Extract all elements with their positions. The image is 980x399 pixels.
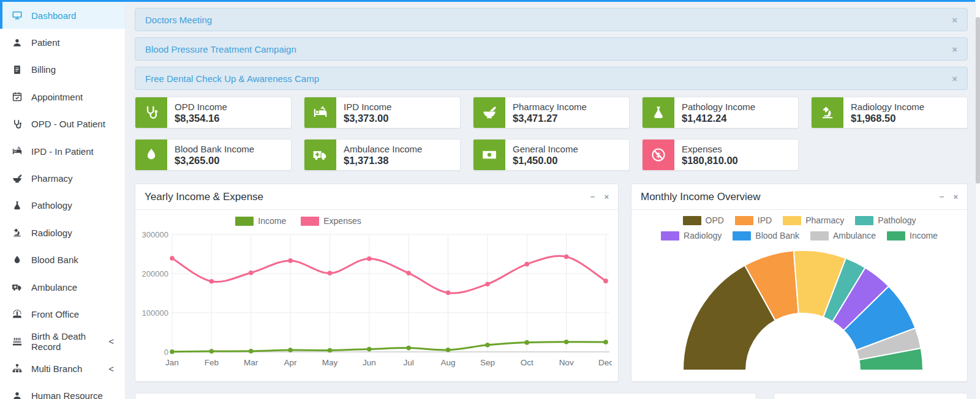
flask-icon	[12, 200, 23, 211]
stat-card-expenses: Expenses$180,810.00	[642, 139, 799, 171]
x-axis-label: Oct	[521, 358, 533, 367]
chevron-left-icon: <	[108, 336, 125, 346]
close-icon[interactable]: ×	[952, 44, 957, 54]
stat-card-body: OPD Income$8,354.16	[167, 97, 235, 128]
data-point-income	[328, 348, 333, 353]
data-point-income	[485, 343, 490, 348]
legend-item-ipd[interactable]: IPD	[735, 215, 772, 225]
data-point-expenses	[603, 278, 608, 283]
chevron-left-icon: <	[108, 364, 125, 374]
minimize-icon[interactable]: −	[590, 192, 595, 201]
close-icon[interactable]: ×	[952, 73, 957, 84]
notice-bar: Blood Pressure Treatment Campaign×	[135, 37, 968, 61]
yearly-line-chart-svg: 0100000200000300000JanFebMarAprMayJunJul…	[141, 227, 612, 374]
panel-tools: − ×	[590, 192, 609, 201]
sidebar-item-ipd-in-patient[interactable]: IPD - In Patient	[0, 138, 125, 165]
stat-card-value: $1,450.00	[513, 155, 578, 166]
bed-icon	[12, 146, 23, 157]
y-axis-tick: 100000	[142, 308, 168, 318]
legend-item-opd[interactable]: OPD	[683, 215, 724, 225]
data-point-income	[367, 347, 372, 352]
sidebar-item-pharmacy[interactable]: Pharmacy	[0, 165, 125, 192]
stat-card-body: Expenses$180,810.00	[674, 140, 745, 170]
legend-item-ambulance[interactable]: Ambulance	[810, 231, 876, 241]
x-axis-label: Feb	[205, 358, 219, 367]
sidebar-item-label: Pharmacy	[31, 173, 73, 184]
sidebar-item-pathology[interactable]: Pathology	[0, 192, 125, 219]
legend-swatch	[301, 217, 319, 226]
data-point-income	[209, 349, 214, 354]
legend-label: Pharmacy	[805, 215, 844, 225]
x-axis-label: Nov	[559, 358, 574, 367]
stat-card-value: $3,373.00	[344, 113, 391, 124]
notice-text: Blood Pressure Treatment Campaign	[145, 44, 296, 54]
close-icon[interactable]: ×	[953, 192, 958, 201]
legend-label: Radiology	[684, 231, 722, 241]
mortar-icon	[12, 173, 23, 184]
data-point-income	[564, 340, 569, 345]
legend-swatch	[855, 216, 873, 225]
sidebar-item-multi-branch[interactable]: Multi Branch<	[0, 355, 125, 382]
data-point-expenses	[288, 258, 293, 263]
sidebar-item-front-office[interactable]: Front Office	[0, 300, 125, 327]
legend-item-expenses[interactable]: Expenses	[301, 216, 361, 226]
sidebar-item-human-resource[interactable]: Human Resource	[0, 382, 125, 399]
stethoscope-icon	[12, 119, 23, 130]
notice-list: Doctors Meeting×Blood Pressure Treatment…	[135, 8, 968, 90]
legend-label: Ambulance	[833, 231, 876, 241]
close-icon[interactable]: ×	[604, 192, 609, 201]
stethoscope-icon	[143, 105, 159, 121]
monitor-icon	[12, 10, 23, 21]
legend-label: Income	[258, 216, 286, 226]
legend-item-radiology[interactable]: Radiology	[661, 231, 722, 241]
stat-card-label: Radiology Income	[851, 102, 924, 112]
x-axis-label: Sep	[480, 358, 495, 367]
stat-card-icon-box	[304, 140, 336, 170]
monthly-income-overview-panel: Monthly Income Overview − × OPDIPDPharma…	[631, 184, 968, 382]
sidebar-item-opd-out-patient[interactable]: OPD - Out Patient	[0, 111, 125, 138]
y-axis-tick: 0	[164, 348, 168, 357]
legend-item-income[interactable]: Income	[235, 216, 286, 226]
legend-label: IPD	[758, 215, 772, 225]
stat-card-blood-bank-income: Blood Bank Income$3,265.00	[135, 139, 292, 171]
ambulance-icon	[12, 282, 23, 293]
stat-card-icon-box	[643, 97, 674, 128]
sidebar-item-billing[interactable]: Billing	[0, 56, 125, 83]
stat-card-label: Pharmacy Income	[513, 102, 587, 112]
minimize-icon[interactable]: −	[940, 192, 944, 201]
legend-item-pharmacy[interactable]: Pharmacy	[783, 215, 844, 225]
stat-card-icon-box	[812, 97, 843, 128]
vertical-scrollbar[interactable]	[975, 0, 980, 399]
data-point-expenses	[446, 291, 451, 296]
stat-card-label: Expenses	[682, 144, 738, 154]
legend-item-blood-bank[interactable]: Blood Bank	[733, 231, 799, 241]
stat-card-body: Pharmacy Income$3,471.27	[505, 97, 594, 128]
sidebar-item-birth-death-record[interactable]: Birth & Death Record<	[0, 328, 125, 355]
legend-item-pathology[interactable]: Pathology	[855, 215, 916, 225]
sidebar-item-blood-bank[interactable]: Blood Bank	[0, 247, 125, 274]
sidebar-item-appointment[interactable]: Appointment	[0, 83, 125, 110]
main-content: Doctors Meeting×Blood Pressure Treatment…	[126, 0, 980, 399]
scrollbar-thumb[interactable]	[976, 17, 980, 184]
notice-bar: Free Dental Check Up & Awareness Camp×	[135, 67, 968, 90]
sidebar-item-ambulance[interactable]: Ambulance	[0, 274, 125, 300]
legend-label: Expenses	[323, 216, 361, 226]
legend-swatch	[235, 217, 254, 226]
sidebar-item-dashboard[interactable]: Dashboard	[0, 2, 125, 29]
close-icon[interactable]: ×	[952, 15, 957, 25]
bottom-panel-left	[135, 393, 756, 399]
legend-swatch	[887, 231, 905, 241]
sidebar-item-label: Multi Branch	[31, 364, 82, 374]
sidebar-item-label: Billing	[31, 64, 56, 75]
sidebar-item-radiology[interactable]: Radiology	[0, 219, 125, 246]
legend-item-income[interactable]: Income	[887, 231, 938, 241]
ambulance-icon	[312, 147, 328, 163]
stat-card-pathology-income: Pathology Income$1,412.24	[642, 97, 799, 129]
donut-legend-row-1: OPDIPDPharmacyPathology	[631, 215, 967, 225]
data-point-expenses	[209, 279, 214, 284]
sidebar-item-patient[interactable]: Patient	[0, 29, 125, 56]
panel-title: Yearly Income & Expense	[145, 191, 263, 203]
panel-tools: − ×	[940, 192, 958, 201]
stat-card-body: Blood Bank Income$3,265.00	[167, 140, 262, 170]
sidebar-item-label: Ambulance	[31, 282, 77, 293]
